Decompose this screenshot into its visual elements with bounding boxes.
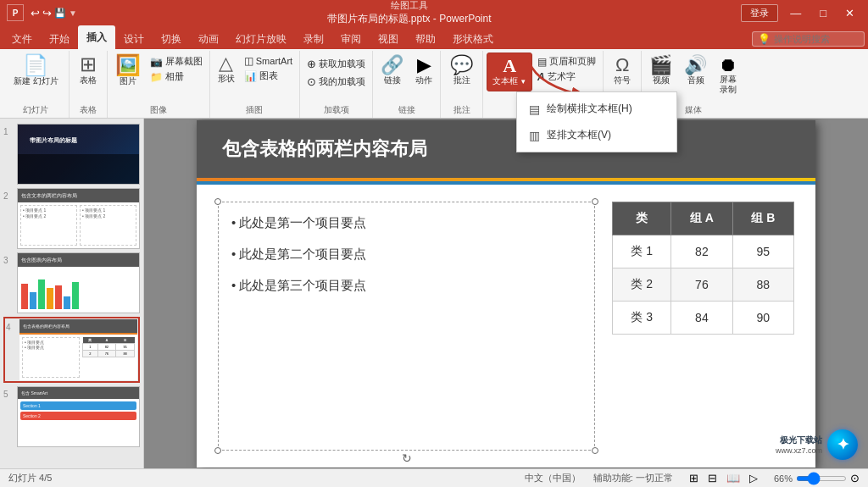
slide-thumb-4[interactable]: 4 包含表格的两栏内容布局 • 项目要点• 项目要点 bbox=[3, 317, 140, 383]
tab-file[interactable]: 文件 bbox=[3, 29, 41, 49]
picture-button[interactable]: 🖼️ 图片 bbox=[111, 53, 145, 90]
header-footer-button[interactable]: ▤ 页眉和页脚 bbox=[534, 54, 599, 69]
col-header-b: 组 B bbox=[732, 202, 793, 235]
group-slides-label: 幻灯片 bbox=[23, 104, 48, 116]
slide-preview-5: 包含 SmartArt Section 1 Section 2 bbox=[17, 386, 140, 447]
group-image: 🖼️ 图片 📷 屏幕截图 📁 相册 图像 bbox=[108, 51, 210, 118]
textbox-button[interactable]: A 文本框 ▼ bbox=[487, 53, 532, 91]
slide-num-3: 3 bbox=[3, 252, 14, 313]
new-slide-button[interactable]: 📄 新建 幻灯片 bbox=[8, 53, 64, 90]
content-right: 类 组 A 组 B 类 1 82 95 bbox=[612, 202, 794, 451]
my-addins-button[interactable]: ⊙ 我的加载项 bbox=[303, 74, 369, 90]
draw-horizontal-textbox-item[interactable]: ▤ 绘制横排文本框(H) bbox=[517, 96, 676, 122]
addins-icon: ⊕ bbox=[307, 58, 316, 70]
search-input[interactable] bbox=[774, 34, 859, 44]
slide-preview-1: 带图片布局的标题 bbox=[17, 124, 140, 185]
chart-button[interactable]: 📊 图表 bbox=[241, 69, 296, 83]
handle-bl[interactable] bbox=[214, 447, 221, 454]
draw-vertical-textbox-item[interactable]: ▥ 竖排文本框(V) bbox=[517, 122, 676, 148]
login-button[interactable]: 登录 bbox=[741, 4, 778, 22]
group-links-label: 链接 bbox=[373, 104, 440, 116]
group-comment-label: 批注 bbox=[441, 104, 482, 116]
shape-icon: △ bbox=[219, 54, 233, 73]
wordart-icon: A bbox=[537, 71, 545, 83]
video-button[interactable]: 🎬 视频 bbox=[645, 54, 676, 88]
slide-thumb-1[interactable]: 1 带图片布局的标题 bbox=[3, 124, 140, 185]
audio-button[interactable]: 🔊 音频 bbox=[680, 54, 711, 88]
app-logo: P bbox=[7, 4, 24, 21]
reading-view-button[interactable]: 📖 bbox=[723, 471, 743, 485]
rotate-handle[interactable]: ↻ bbox=[402, 451, 412, 465]
slide-num-4: 4 bbox=[6, 319, 16, 380]
group-illustration-label: 插图 bbox=[210, 104, 299, 116]
undo-icon[interactable]: ↩ bbox=[31, 7, 40, 19]
content-left[interactable]: ↻ • 此处是第一个项目要点 • 此处是第二个项目要点 • 此处是第三个项目要点 bbox=[218, 202, 595, 451]
chart-icon: 📊 bbox=[244, 70, 257, 82]
horizontal-textbox-icon: ▤ bbox=[529, 102, 540, 116]
tab-animation[interactable]: 动画 bbox=[190, 29, 227, 49]
smartart-button[interactable]: ◫ SmartArt bbox=[241, 54, 296, 68]
slide-thumb-3[interactable]: 3 包含图表内容布局 bbox=[3, 252, 140, 313]
tab-slideshow[interactable]: 幻灯片放映 bbox=[227, 29, 295, 49]
tab-help[interactable]: 帮助 bbox=[407, 29, 444, 49]
tab-home[interactable]: 开始 bbox=[41, 29, 78, 49]
action-button[interactable]: ▶ 动作 bbox=[411, 54, 437, 88]
tab-shape-format[interactable]: 形状格式 bbox=[444, 29, 502, 49]
dropdown-arrow-icon[interactable]: ▼ bbox=[69, 8, 77, 18]
zoom-slider[interactable] bbox=[796, 476, 847, 481]
close-button[interactable]: ✕ bbox=[838, 7, 861, 19]
handle-br[interactable] bbox=[592, 447, 598, 454]
col-header-cat: 类 bbox=[613, 202, 671, 235]
zoom-fit-icon[interactable]: ⊙ bbox=[850, 472, 860, 484]
save-icon[interactable]: 💾 bbox=[54, 8, 66, 19]
tab-view[interactable]: 视图 bbox=[370, 29, 407, 49]
table-button[interactable]: ⊞ 表格 bbox=[75, 53, 101, 88]
handle-tr[interactable] bbox=[592, 198, 598, 205]
quick-access-toolbar: ↩ ↪ 💾 ▼ bbox=[31, 7, 77, 19]
symbol-button[interactable]: Ω 符号 bbox=[609, 54, 636, 88]
slide-panel: 1 带图片布局的标题 2 包含文本的两栏内容布局 bbox=[0, 119, 144, 468]
tab-design[interactable]: 设计 bbox=[115, 29, 153, 49]
tab-record[interactable]: 录制 bbox=[295, 29, 332, 49]
slide-thumb-5[interactable]: 5 包含 SmartArt Section 1 Section 2 bbox=[3, 386, 140, 447]
comment-icon: 💬 bbox=[450, 56, 473, 75]
slide-preview-3: 包含图表内容布局 bbox=[17, 252, 140, 313]
album-button[interactable]: 📁 相册 bbox=[147, 69, 206, 84]
redo-icon[interactable]: ↪ bbox=[42, 7, 52, 19]
screen-record-button[interactable]: ⏺ 屏幕录制 bbox=[715, 54, 742, 97]
tab-transition[interactable]: 切换 bbox=[153, 29, 190, 49]
link-button[interactable]: 🔗 链接 bbox=[376, 54, 408, 88]
normal-view-button[interactable]: ⊞ bbox=[686, 471, 702, 485]
textbox-icon: A bbox=[503, 57, 516, 75]
tab-insert[interactable]: 插入 bbox=[78, 25, 115, 49]
slide-preview-4: 包含表格的两栏内容布局 • 项目要点• 项目要点 类AB 18295 bbox=[19, 319, 137, 380]
shape-button[interactable]: △ 形状 bbox=[214, 53, 239, 86]
get-addins-button[interactable]: ⊕ 获取加载项 bbox=[303, 56, 369, 72]
canvas-area: 包含表格的两栏内容布局 ↻ bbox=[144, 119, 868, 468]
header-icon: ▤ bbox=[537, 56, 547, 68]
maximize-button[interactable]: □ bbox=[813, 7, 833, 19]
slide-sorter-button[interactable]: ⊟ bbox=[704, 471, 721, 485]
minimize-button[interactable]: — bbox=[783, 7, 808, 19]
slide-num-1: 1 bbox=[3, 124, 14, 185]
group-addins-label: 加载项 bbox=[300, 104, 372, 116]
wordart-button[interactable]: A 艺术字 bbox=[534, 69, 599, 84]
col-header-a: 组 A bbox=[671, 202, 732, 235]
handle-tl[interactable] bbox=[214, 198, 221, 205]
zoom-level: 66% bbox=[774, 473, 793, 484]
group-slides: 📄 新建 幻灯片 幻灯片 bbox=[3, 51, 70, 118]
slide-canvas: 包含表格的两栏内容布局 ↻ bbox=[197, 120, 815, 468]
slide-preview-2: 包含文本的两栏内容布局 • 项目要点 1• 项目要点 2 • 项目要点 1• 项… bbox=[17, 188, 140, 249]
symbol-icon: Ω bbox=[615, 56, 629, 75]
slide-thumb-2[interactable]: 2 包含文本的两栏内容布局 • 项目要点 1• 项目要点 2 • 项目要点 1•… bbox=[3, 188, 140, 249]
video-icon: 🎬 bbox=[649, 56, 672, 75]
screenshot-button[interactable]: 📷 屏幕截图 bbox=[147, 54, 206, 69]
cell-a1: 82 bbox=[671, 235, 732, 268]
tab-review[interactable]: 审阅 bbox=[332, 29, 370, 49]
comment-button[interactable]: 💬 批注 bbox=[446, 54, 477, 88]
slide-body: ↻ • 此处是第一个项目要点 • 此处是第二个项目要点 • 此处是第三个项目要点… bbox=[197, 185, 815, 468]
search-icon: 💡 bbox=[758, 33, 771, 45]
slideshow-view-button[interactable]: ▷ bbox=[746, 471, 761, 485]
dropdown-arrow-icon: ▼ bbox=[520, 78, 526, 86]
watermark-logo: ✦ bbox=[827, 429, 858, 460]
